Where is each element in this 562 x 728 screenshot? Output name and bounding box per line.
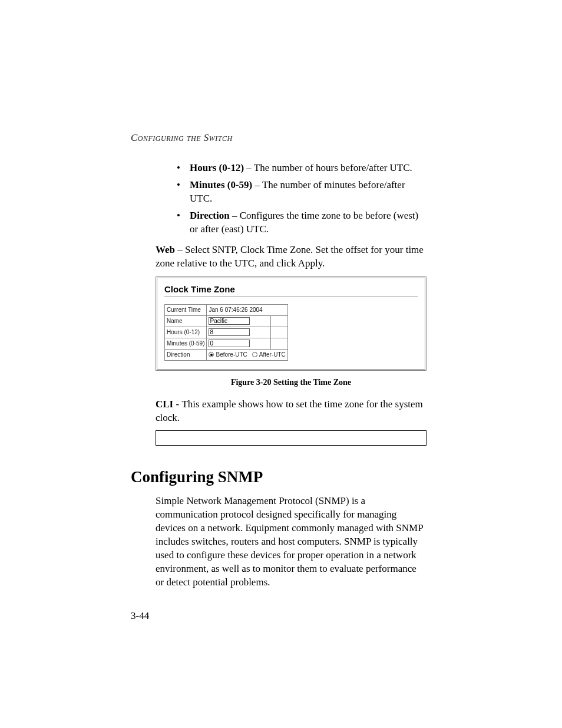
cell-spacer [270,327,287,338]
minutes-input[interactable] [209,340,250,347]
label-hours: Hours (0-12) [165,327,207,338]
bullet-term: Direction [190,210,230,221]
figure-clock-time-zone: Clock Time Zone Current Time Jan 6 07:46… [156,276,427,371]
cell-minutes-input [207,338,270,349]
cell-hours-input [207,327,270,338]
bullet-term: Hours (0-12) [190,162,244,173]
cli-example-box [156,430,427,446]
section-heading-configuring-snmp: Configuring SNMP [131,468,427,486]
cell-spacer [270,315,287,327]
bullet-list: Hours (0-12) – The number of hours befor… [131,162,427,236]
label-name: Name [165,315,207,327]
label-minutes: Minutes (0-59) [165,338,207,349]
cell-name-input [207,315,270,327]
direction-radio-group: Before-UTC After-UTC [209,351,285,358]
bullet-desc: – The number of hours before/after UTC. [244,162,412,173]
cli-paragraph: CLI - This example shows how to set the … [156,398,427,425]
figure-divider [164,297,418,297]
bullet-term: Minutes (0-59) [190,179,252,190]
bullet-item-hours: Hours (0-12) – The number of hours befor… [177,162,427,175]
label-current-time: Current Time [165,304,207,315]
figure-title: Clock Time Zone [164,284,418,294]
bullet-item-direction: Direction – Configures the time zone to … [177,209,427,236]
web-paragraph: Web – Select SNTP, Clock Time Zone. Set … [156,243,427,271]
value-current-time: Jan 6 07:46:26 2004 [207,304,287,315]
radio-label-before: Before-UTC [216,351,247,358]
radio-label-after: After-UTC [259,351,286,358]
radio-after-utc[interactable] [252,352,257,357]
radio-before-utc[interactable] [209,352,214,357]
row-current-time: Current Time Jan 6 07:46:26 2004 [165,304,288,315]
running-header: Configuring the Switch [131,132,233,144]
row-name: Name [165,315,288,327]
web-lead: Web [156,244,175,255]
cli-rest: This example shows how to set the time z… [156,398,423,423]
bullet-item-minutes: Minutes (0-59) – The number of minutes b… [177,179,427,206]
page-number: 3-44 [131,610,149,622]
page: Configuring the Switch Hours (0-12) – Th… [0,0,562,728]
row-minutes: Minutes (0-59) [165,338,288,349]
snmp-paragraph: Simple Network Management Protocol (SNMP… [156,495,427,589]
name-input[interactable] [209,317,250,325]
row-direction: Direction Before-UTC After-UTC [165,349,288,360]
row-hours: Hours (0-12) [165,327,288,338]
label-direction: Direction [165,349,207,360]
hours-input[interactable] [209,328,250,336]
body-area: Hours (0-12) – The number of hours befor… [131,162,427,589]
figure-caption: Figure 3-20 Setting the Time Zone [156,378,427,387]
cell-direction: Before-UTC After-UTC [207,349,287,360]
cell-spacer [270,338,287,349]
timezone-table: Current Time Jan 6 07:46:26 2004 Name Ho… [164,304,288,361]
cli-lead: CLI - [156,398,181,410]
web-rest: – Select SNTP, Clock Time Zone. Set the … [156,244,424,269]
